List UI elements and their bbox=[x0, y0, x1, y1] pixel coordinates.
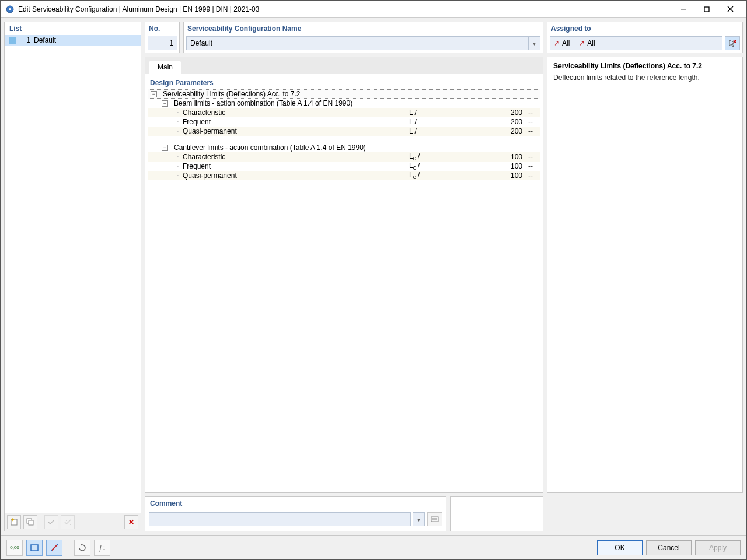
member-view-button[interactable] bbox=[46, 540, 62, 556]
tree-row[interactable]: ⋅Characteristic L / 200 -- bbox=[148, 108, 540, 117]
assigned-label: Assigned to bbox=[547, 22, 742, 35]
help-body: Deflection limits related to the referen… bbox=[553, 74, 736, 82]
apply-button[interactable]: Apply bbox=[695, 540, 741, 555]
delete-config-button[interactable]: ✕ bbox=[124, 515, 138, 529]
row-symbol: Lc / bbox=[409, 171, 450, 180]
cursor-pick-icon bbox=[728, 39, 736, 47]
tree-row[interactable]: ⋅Frequent Lc / 100 -- bbox=[148, 162, 540, 171]
collapse-icon[interactable]: − bbox=[151, 91, 157, 97]
app-icon bbox=[5, 5, 15, 14]
window-minimize-button[interactable] bbox=[672, 1, 695, 18]
row-unit: -- bbox=[526, 162, 540, 170]
name-dropdown-button[interactable]: ▾ bbox=[529, 36, 540, 50]
list-panel: List 1 Default ✦ ✕ bbox=[4, 22, 141, 531]
cancel-button[interactable]: Cancel bbox=[646, 540, 692, 555]
row-value[interactable]: 100 bbox=[450, 153, 526, 161]
row-unit: -- bbox=[526, 118, 540, 126]
row-value[interactable]: 200 bbox=[450, 118, 526, 126]
assigned-members-field[interactable]: ↗ All ↗ All bbox=[550, 36, 722, 50]
include-button[interactable] bbox=[44, 515, 58, 529]
tree-row[interactable]: ⋅Characteristic Lc / 100 -- bbox=[148, 152, 540, 162]
member-icon bbox=[50, 543, 59, 552]
row-label: Frequent bbox=[183, 118, 211, 126]
list-heading: List bbox=[5, 22, 141, 35]
chevron-down-icon: ▾ bbox=[417, 516, 420, 523]
comment-pick-button[interactable] bbox=[427, 512, 442, 526]
tree-root[interactable]: − Serviceability Limits (Deflections) Ac… bbox=[148, 89, 540, 99]
row-value[interactable]: 100 bbox=[450, 172, 526, 180]
comment-dropdown-button[interactable]: ▾ bbox=[413, 512, 425, 526]
tree-row[interactable]: ⋅Quasi-permanent L / 200 -- bbox=[148, 127, 540, 136]
svg-rect-13 bbox=[431, 517, 438, 522]
copy-config-button[interactable] bbox=[23, 515, 37, 529]
check-out-icon bbox=[64, 518, 72, 526]
units-button[interactable]: 0,00 bbox=[6, 540, 23, 556]
svg-rect-19 bbox=[57, 544, 58, 545]
svg-text:✦: ✦ bbox=[11, 518, 15, 523]
bottom-bar: 0,00 ƒ↕ OK Cancel Apply bbox=[1, 535, 746, 559]
tree-row[interactable]: ⋅Frequent L / 200 -- bbox=[148, 117, 540, 127]
no-value: 1 bbox=[148, 36, 177, 50]
check-in-icon bbox=[47, 518, 55, 526]
window-maximize-button[interactable] bbox=[695, 1, 718, 18]
function-button[interactable]: ƒ↕ bbox=[94, 540, 110, 556]
header-strip: No. 1 Serviceability Configuration Name … bbox=[145, 22, 743, 53]
collapse-icon[interactable]: − bbox=[162, 100, 168, 107]
reset-icon bbox=[78, 544, 86, 552]
name-input[interactable] bbox=[186, 36, 529, 50]
svg-rect-18 bbox=[51, 550, 52, 551]
titlebar: Edit Serviceability Configuration | Alum… bbox=[1, 1, 746, 18]
row-label: Characteristic bbox=[183, 153, 225, 161]
row-value[interactable]: 200 bbox=[450, 127, 526, 135]
tree-root-label: Serviceability Limits (Deflections) Acc.… bbox=[160, 90, 540, 98]
comment-input[interactable] bbox=[149, 512, 411, 526]
bottom-row: Comment ▾ bbox=[145, 496, 743, 531]
mid-row: Main Design Parameters − Serviceability … bbox=[145, 57, 743, 493]
row-label: Frequent bbox=[183, 162, 211, 170]
units-icon: 0,00 bbox=[10, 545, 19, 550]
row-unit: -- bbox=[526, 108, 540, 117]
row-value[interactable]: 200 bbox=[450, 108, 526, 117]
rectangle-icon bbox=[30, 543, 39, 552]
window-title: Edit Serviceability Configuration | Alum… bbox=[18, 5, 672, 13]
tree-row[interactable]: ⋅Quasi-permanent Lc / 100 -- bbox=[148, 171, 540, 180]
svg-point-1 bbox=[9, 8, 11, 10]
right-side: No. 1 Serviceability Configuration Name … bbox=[145, 22, 743, 531]
reset-button[interactable] bbox=[74, 540, 90, 556]
window-close-button[interactable] bbox=[718, 1, 742, 18]
row-symbol: L / bbox=[409, 127, 450, 135]
tree-group[interactable]: − Beam limits - action combination (Tabl… bbox=[148, 99, 540, 108]
list-color-icon bbox=[9, 37, 16, 44]
list-body: 1 Default bbox=[5, 35, 141, 513]
exclude-button[interactable] bbox=[61, 515, 75, 529]
name-panel: Serviceability Configuration Name ▾ bbox=[183, 22, 543, 53]
view-mode-button[interactable] bbox=[26, 540, 43, 556]
mini-preview-panel bbox=[450, 496, 543, 531]
list-item-label: Default bbox=[34, 36, 136, 44]
tab-main[interactable]: Main bbox=[149, 61, 181, 74]
row-unit: -- bbox=[526, 172, 540, 180]
memberset-icon: ↗ bbox=[579, 39, 585, 47]
row-value[interactable]: 100 bbox=[450, 162, 526, 170]
assigned-panel: Assigned to ↗ All ↗ All bbox=[547, 22, 743, 53]
row-unit: -- bbox=[526, 153, 540, 161]
help-title: Serviceability Limits (Deflections) Acc.… bbox=[553, 62, 736, 70]
assigned-membersets-value: All bbox=[587, 39, 595, 47]
assigned-pick-button[interactable] bbox=[725, 36, 740, 50]
list-item[interactable]: 1 Default bbox=[5, 35, 141, 46]
parameters-panel: Main Design Parameters − Serviceability … bbox=[145, 57, 543, 493]
svg-rect-3 bbox=[704, 7, 709, 12]
no-panel: No. 1 bbox=[145, 22, 180, 53]
new-config-button[interactable]: ✦ bbox=[7, 515, 21, 529]
svg-rect-16 bbox=[31, 545, 38, 551]
svg-rect-9 bbox=[29, 520, 33, 525]
row-symbol: Lc / bbox=[409, 152, 450, 162]
collapse-icon[interactable]: − bbox=[162, 145, 168, 151]
comment-panel: Comment ▾ bbox=[145, 496, 446, 531]
row-label: Quasi-permanent bbox=[183, 172, 237, 180]
ok-button[interactable]: OK bbox=[597, 540, 643, 555]
function-icon: ƒ↕ bbox=[99, 544, 106, 552]
tree-group[interactable]: − Cantilever limits - action combination… bbox=[148, 143, 540, 152]
list-item-no: 1 bbox=[21, 36, 30, 44]
row-label: Quasi-permanent bbox=[183, 127, 237, 135]
